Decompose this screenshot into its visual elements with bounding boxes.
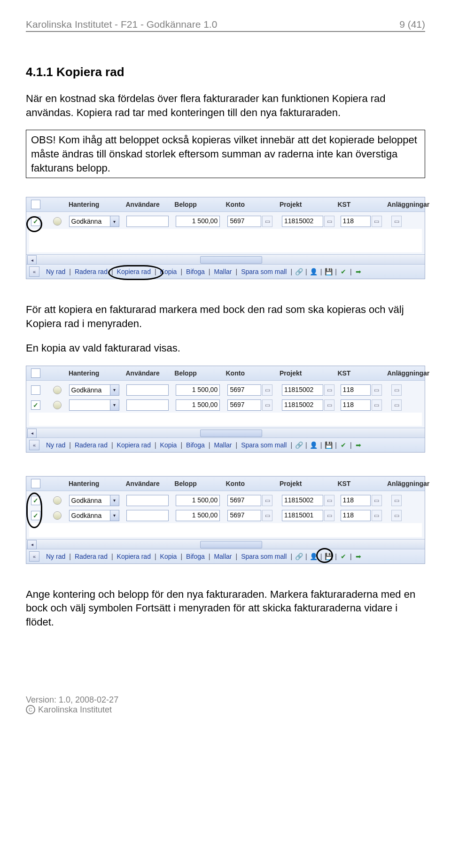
scroll-thumb[interactable] [200, 256, 262, 264]
hantering-select[interactable]: ▾ [69, 399, 119, 411]
horizontal-scrollbar[interactable]: ◂ [26, 254, 425, 264]
projekt-input[interactable] [282, 399, 323, 411]
lookup-icon[interactable]: ▭ [262, 399, 272, 411]
lookup-icon[interactable]: ▭ [324, 510, 334, 521]
belopp-input[interactable] [176, 216, 220, 227]
scroll-left-icon[interactable]: ◂ [27, 540, 37, 549]
belopp-input[interactable] [176, 510, 220, 521]
user-icon[interactable]: 👤 [310, 267, 318, 276]
lookup-icon[interactable]: ▭ [391, 510, 402, 521]
radera-link[interactable]: Radera rad [72, 441, 110, 449]
projekt-input[interactable] [282, 495, 323, 506]
header-checkbox[interactable] [31, 200, 40, 209]
projekt-input[interactable] [282, 384, 323, 396]
lookup-icon[interactable]: ▭ [262, 510, 272, 521]
kopiera-link[interactable]: Kopiera rad [114, 553, 154, 560]
belopp-input[interactable] [176, 495, 220, 506]
user-icon[interactable]: 👤 [310, 552, 318, 561]
save-icon[interactable]: 💾 [324, 552, 333, 561]
lookup-icon[interactable]: ▭ [324, 495, 334, 506]
check-icon[interactable]: ✔ [339, 552, 348, 561]
forward-icon[interactable]: ➡ [354, 552, 363, 561]
kst-input[interactable] [341, 384, 371, 396]
attach-icon[interactable]: 🔗 [295, 441, 303, 449]
row-checkbox[interactable]: ✓ [31, 511, 40, 520]
nyrad-link[interactable]: Ny rad [43, 268, 68, 275]
projekt-input[interactable] [282, 216, 323, 227]
kst-input[interactable] [341, 510, 371, 521]
lookup-icon[interactable]: ▭ [391, 399, 402, 411]
attach-icon[interactable]: 🔗 [295, 552, 303, 561]
lookup-icon[interactable]: ▭ [262, 495, 272, 506]
anvandare-input[interactable] [126, 495, 169, 506]
konto-input[interactable] [227, 384, 261, 396]
save-icon[interactable]: 💾 [324, 441, 333, 449]
sparamall-link[interactable]: Spara som mall [238, 268, 289, 275]
check-icon[interactable]: ✔ [339, 267, 348, 276]
lookup-icon[interactable]: ▭ [262, 384, 272, 396]
lookup-icon[interactable]: ▭ [372, 216, 382, 227]
belopp-input[interactable] [176, 384, 220, 396]
hantering-select[interactable]: ▾ [69, 216, 119, 227]
row-checkbox[interactable] [31, 385, 40, 395]
check-icon[interactable]: ✔ [339, 441, 348, 449]
kst-input[interactable] [341, 399, 371, 411]
lookup-icon[interactable]: ▭ [391, 216, 402, 227]
horizontal-scrollbar[interactable]: ◂ [26, 539, 425, 549]
collapse-button[interactable]: « [29, 440, 39, 450]
forward-icon[interactable]: ➡ [354, 441, 363, 449]
mallar-link[interactable]: Mallar [211, 553, 234, 560]
mallar-link[interactable]: Mallar [211, 441, 234, 449]
konto-input[interactable] [227, 495, 261, 506]
horizontal-scrollbar[interactable]: ◂ [26, 428, 425, 438]
hantering-select[interactable]: ▾ [69, 510, 119, 521]
lookup-icon[interactable]: ▭ [262, 216, 272, 227]
lookup-icon[interactable]: ▭ [372, 384, 382, 396]
kopia-link[interactable]: Kopia [157, 268, 180, 275]
hantering-select[interactable]: ▾ [69, 495, 119, 506]
anvandare-input[interactable] [126, 216, 169, 227]
row-checkbox[interactable]: ✓ [31, 496, 40, 505]
collapse-button[interactable]: « [29, 551, 39, 562]
save-icon[interactable]: 💾 [324, 267, 333, 276]
lookup-icon[interactable]: ▭ [324, 399, 334, 411]
belopp-input[interactable] [176, 399, 220, 411]
nyrad-link[interactable]: Ny rad [43, 553, 68, 560]
user-icon[interactable]: 👤 [310, 441, 318, 449]
kst-input[interactable] [341, 495, 371, 506]
row-checkbox[interactable]: ✓ [31, 217, 40, 226]
kopiera-link[interactable]: Kopiera rad [114, 268, 154, 275]
hantering-select[interactable]: ▾ [69, 384, 119, 396]
sparamall-link[interactable]: Spara som mall [238, 553, 289, 560]
scroll-left-icon[interactable]: ◂ [27, 429, 37, 438]
bifoga-link[interactable]: Bifoga [183, 553, 208, 560]
lookup-icon[interactable]: ▭ [324, 384, 334, 396]
forward-icon[interactable]: ➡ [354, 267, 363, 276]
lookup-icon[interactable]: ▭ [324, 216, 334, 227]
lookup-icon[interactable]: ▭ [391, 384, 402, 396]
lookup-icon[interactable]: ▭ [372, 510, 382, 521]
bifoga-link[interactable]: Bifoga [183, 441, 208, 449]
projekt-input[interactable] [282, 510, 323, 521]
anvandare-input[interactable] [126, 384, 169, 396]
anvandare-input[interactable] [126, 510, 169, 521]
header-checkbox[interactable] [31, 368, 40, 378]
mallar-link[interactable]: Mallar [211, 268, 234, 275]
lookup-icon[interactable]: ▭ [372, 399, 382, 411]
collapse-button[interactable]: « [29, 266, 39, 277]
kst-input[interactable] [341, 216, 371, 227]
kopia-link[interactable]: Kopia [157, 553, 180, 560]
radera-link[interactable]: Radera rad [72, 553, 110, 560]
scroll-left-icon[interactable]: ◂ [27, 255, 37, 265]
scroll-thumb[interactable] [200, 430, 262, 437]
anvandare-input[interactable] [126, 399, 169, 411]
header-checkbox[interactable] [31, 479, 40, 488]
kopiera-link[interactable]: Kopiera rad [114, 441, 154, 449]
row-checkbox[interactable]: ✓ [31, 400, 40, 410]
lookup-icon[interactable]: ▭ [391, 495, 402, 506]
lookup-icon[interactable]: ▭ [372, 495, 382, 506]
konto-input[interactable] [227, 399, 261, 411]
radera-link[interactable]: Radera rad [72, 268, 110, 275]
attach-icon[interactable]: 🔗 [295, 267, 303, 276]
scroll-thumb[interactable] [200, 541, 262, 548]
